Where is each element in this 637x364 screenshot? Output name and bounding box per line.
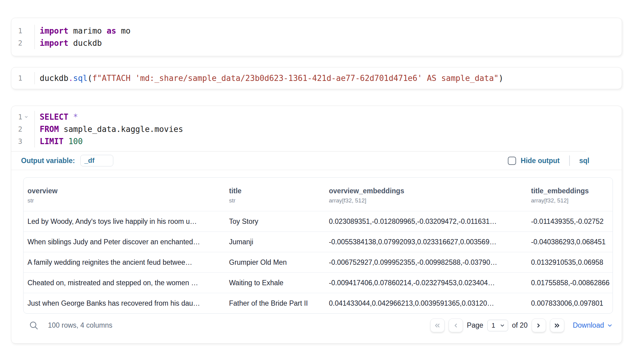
pagination: Page 1 of 20 [430,318,613,332]
cell-title: Toy Story [229,217,329,226]
cell-title_embeddings: -0.011439355,-0.02752 [531,217,613,226]
sql-cell-toolbar: Output variable: Hide output sql [11,151,622,170]
code-line[interactable]: 1duckdb.sql(f"ATTACH 'md:_share/sample_d… [11,72,622,84]
chevron-down-icon [500,323,505,328]
cell-title: Father of the Bride Part II [229,299,329,308]
cell-overview: A family wedding reignites the ancient f… [27,258,229,267]
code-token: FROM [40,125,59,134]
cell-overview: When siblings Judy and Peter discover an… [27,238,229,246]
next-page-button[interactable] [532,318,546,332]
code-content: SELECT * [35,111,78,123]
cell-title: Waiting to Exhale [229,279,329,287]
cell-imports: 1import marimo as mo2import duckdb [11,18,622,56]
line-number-gutter: 3 [11,135,35,147]
page-select[interactable]: 1 [487,320,508,331]
search-button[interactable] [28,320,39,331]
toolbar-vertical-divider [569,155,570,166]
column-header-title_embeddings[interactable]: title_embeddingsarray[f32, 512] [531,186,613,204]
column-dtype: array[f32, 512] [531,197,613,204]
column-header-overview_embeddings[interactable]: overview_embeddingsarray[f32, 512] [329,186,531,204]
code-editor-attach[interactable]: 1duckdb.sql(f"ATTACH 'md:_share/sample_d… [11,67,622,89]
code-token: marimo [68,26,107,35]
download-label: Download [573,321,604,329]
cell-overview_embeddings: 0.041433044,0.042966213,0.0039591365,0.0… [329,299,531,308]
page-total-label: of 20 [512,321,528,329]
line-number: 1 [18,72,22,84]
column-name: overview_embeddings [329,186,531,195]
fold-chevron-icon[interactable] [22,115,30,119]
language-badge[interactable]: sql [579,157,589,165]
line-number-gutter: 1 [11,72,35,84]
cell-overview_embeddings: -0.0055384138,0.07992093,0.023316627,0.0… [329,238,531,246]
code-content: LIMIT 100 [35,135,83,147]
download-button[interactable]: Download [573,321,613,329]
table-row: Cheated on, mistreated and stepped on, t… [24,272,613,293]
cell-overview: Just when George Banks has recovered fro… [27,299,229,308]
code-token: * [68,112,78,122]
code-editor-imports[interactable]: 1import marimo as mo2import duckdb [11,18,622,56]
table-row: A family wedding reignites the ancient f… [24,252,613,272]
code-token: sample_data.kaggle.movies [59,125,183,134]
chevron-down-icon [607,322,613,329]
cell-overview_embeddings: 0.023089351,-0.012809965,-0.03209472,-0.… [329,217,531,226]
code-token: duckdb [40,74,68,83]
table-footer: 100 rows, 4 columns Page 1 [23,318,613,332]
prev-page-button[interactable] [449,318,463,332]
code-editor-sql[interactable]: 1SELECT *2FROM sample_data.kaggle.movies… [11,106,622,151]
line-number-gutter: 1 [11,111,35,123]
code-content: import duckdb [35,37,102,49]
code-line[interactable]: 2import duckdb [11,37,622,49]
code-line[interactable]: 3LIMIT 100 [11,135,622,147]
code-token: mo [116,26,130,35]
line-number: 2 [18,123,22,135]
column-dtype: array[f32, 512] [329,197,531,204]
notebook-cells: 1import marimo as mo2import duckdb 1duck… [0,18,637,344]
cell-title_embeddings: 0.0132910535,0.06958 [531,258,613,267]
page-select-value: 1 [492,322,495,329]
cell-title: Jumanji [229,238,329,246]
line-number-gutter: 1 [11,25,35,37]
cell-overview_embeddings: -0.009417406,0.07860214,-0.023279453,0.0… [329,279,531,287]
cell-overview: Led by Woody, Andy's toys live happily i… [27,217,229,226]
line-number: 2 [18,37,22,49]
code-content: duckdb.sql(f"ATTACH 'md:_share/sample_da… [35,72,503,84]
line-number-gutter: 2 [11,37,35,49]
result-table: overviewstrtitlestroverview_embeddingsar… [23,177,613,314]
column-name: title_embeddings [531,186,613,195]
cell-output: overviewstrtitlestroverview_embeddingsar… [11,170,622,343]
code-token: ( [88,74,93,83]
code-token: as [107,26,116,35]
output-variable-input[interactable] [80,155,113,166]
code-token: duckdb [68,38,102,48]
column-name: title [229,186,329,195]
marimo-notebook: { "colors": { "toolbar_accent": "#2a6f97… [0,0,637,364]
hide-output-label[interactable]: Hide output [521,157,560,165]
search-icon [29,321,39,330]
line-number: 3 [18,135,22,147]
cell-title_embeddings: 0.007833006,0.097801 [531,299,613,308]
column-header-overview[interactable]: overviewstr [27,186,229,204]
chevrons-left-icon [434,322,441,329]
line-number-gutter: 2 [11,123,35,135]
table-row: Just when George Banks has recovered fro… [24,293,613,313]
code-token: LIMIT [40,137,64,146]
code-line[interactable]: 1import marimo as mo [11,25,622,37]
table-row: When siblings Judy and Peter discover an… [24,231,613,252]
chevrons-right-icon [553,322,561,329]
code-token: import [40,38,68,48]
code-token: 100 [64,137,83,146]
chevron-right-icon [535,322,542,329]
column-dtype: str [229,197,329,204]
last-page-button[interactable] [550,318,564,332]
code-content: FROM sample_data.kaggle.movies [35,123,183,135]
code-line[interactable]: 1SELECT * [11,111,622,123]
hide-output-checkbox[interactable] [508,157,516,165]
output-variable-label: Output variable: [21,157,75,165]
column-header-title[interactable]: titlestr [229,186,329,204]
code-line[interactable]: 2FROM sample_data.kaggle.movies [11,123,622,135]
first-page-button[interactable] [430,318,445,332]
cell-overview_embeddings: -0.006752927,0.099952355,-0.009982588,-0… [329,258,531,267]
code-token: sql [73,74,88,83]
table-row: Led by Woody, Andy's toys live happily i… [24,211,613,231]
code-token: SELECT [40,112,68,122]
